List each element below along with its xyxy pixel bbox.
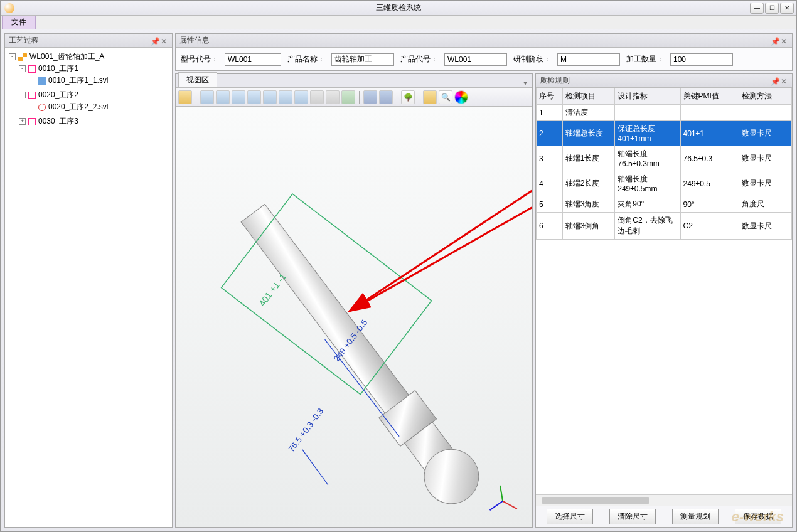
zoom-fit-icon[interactable] <box>341 90 355 104</box>
pin-icon[interactable]: 📌 <box>151 37 158 45</box>
svg-line-9 <box>500 486 503 501</box>
tree-root[interactable]: -WL001_齿轮轴加工_A <box>9 51 169 62</box>
view-top-icon[interactable] <box>279 90 292 104</box>
measure-plan-button[interactable]: 测量规划 <box>672 509 719 524</box>
view-multi-icon[interactable] <box>310 90 324 104</box>
pin-icon[interactable]: 📌 <box>771 77 778 85</box>
camera-icon[interactable] <box>363 90 377 104</box>
open-icon[interactable] <box>178 90 192 104</box>
main-window: 三维质检系统 — ☐ ✕ 文件 工艺过程 📌 ✕ -WL001_齿轮轴加工_A … <box>0 0 797 532</box>
attributes-panel: 属性信息📌✕ 型号代号： 产品名称： 产品代号： 研制阶段： 加工数量： <box>175 33 793 71</box>
view-back-icon[interactable] <box>232 90 245 104</box>
svg-line-7 <box>351 191 532 311</box>
close-icon[interactable]: ✕ <box>161 37 168 45</box>
close-icon[interactable]: ✕ <box>781 37 788 45</box>
table-row[interactable]: 4轴端2长度轴端长度249±0.5mm249±0.5数显卡尺 <box>537 171 792 196</box>
3d-viewport[interactable]: 401 +1 -1 249 +0.5 -0.5 76.5 +0.3 -0.3 <box>176 107 532 527</box>
save-data-button[interactable]: 保存数据 <box>735 509 781 524</box>
tree-icon[interactable]: 🌳 <box>401 90 415 104</box>
product-code-input[interactable] <box>444 53 507 66</box>
process-panel: 工艺过程 📌 ✕ -WL001_齿轮轴加工_A -0010_工序1 0010_工… <box>4 33 173 528</box>
pin-icon[interactable]: 📌 <box>771 37 778 45</box>
minimize-button[interactable]: — <box>750 3 764 14</box>
svg-line-5 <box>302 449 328 485</box>
rules-title: 质检规则 <box>540 75 570 86</box>
product-name-input[interactable] <box>331 53 394 66</box>
process-panel-header: 工艺过程 📌 ✕ <box>5 34 172 48</box>
qty-input[interactable] <box>670 53 733 66</box>
snapshot-icon[interactable] <box>379 90 393 104</box>
model-code-label: 型号代号： <box>181 54 218 65</box>
viewport-panel: 视图区 ▾ <box>175 73 533 528</box>
tree-node-0020[interactable]: -0020_工序2 <box>19 90 169 100</box>
qty-label: 加工数量： <box>626 54 664 65</box>
svg-line-8 <box>503 501 517 509</box>
view-bottom-icon[interactable] <box>294 90 308 104</box>
process-tree[interactable]: -WL001_齿轮轴加工_A -0010_工序1 0010_工序1_1.svl … <box>5 48 172 527</box>
view-multi2-icon[interactable] <box>326 90 340 104</box>
table-row[interactable]: 5轴端3角度夹角90°90°角度尺 <box>537 196 792 213</box>
rules-table[interactable]: 序号 检测项目 设计指标 关键PMI值 检测方法 1清洁度 2轴端总长度保证总长… <box>536 88 792 240</box>
palette-icon[interactable] <box>454 90 468 104</box>
tree-leaf-0020-2[interactable]: 0020_工序2_2.svl <box>29 102 169 112</box>
view-toolbar: 🌳 🔍 <box>176 88 532 107</box>
phase-label: 研制阶段： <box>513 54 551 65</box>
rules-panel: 质检规则📌✕ 序号 检测项目 设计指标 关键PMI值 检测方法 1清洁度 <box>535 73 793 528</box>
tab-viewport[interactable]: 视图区 <box>178 72 217 87</box>
menubar: 文件 <box>1 16 796 29</box>
view-left-icon[interactable] <box>247 90 261 104</box>
model-code-input[interactable] <box>225 53 281 66</box>
rules-scrollbar[interactable] <box>536 494 792 506</box>
table-row[interactable]: 1清洁度 <box>537 105 792 121</box>
tree-leaf-0010-1[interactable]: 0010_工序1_1.svl <box>29 75 169 86</box>
view-front-icon[interactable] <box>216 90 230 104</box>
view-right-icon[interactable] <box>263 90 277 104</box>
clear-dimension-button[interactable]: 清除尺寸 <box>609 509 656 524</box>
folder2-icon[interactable] <box>423 90 437 104</box>
product-code-label: 产品代号： <box>400 54 438 65</box>
close-button[interactable]: ✕ <box>780 3 794 14</box>
close-icon[interactable]: ✕ <box>781 77 788 85</box>
select-dimension-button[interactable]: 选择尺寸 <box>547 509 593 524</box>
attributes-title: 属性信息 <box>179 35 210 46</box>
table-row-selected[interactable]: 2轴端总长度保证总长度401±1mm401±1数显卡尺 <box>537 121 792 146</box>
find-icon[interactable]: 🔍 <box>439 90 452 104</box>
view-iso-icon[interactable] <box>200 90 214 104</box>
dropdown-icon[interactable]: ▾ <box>521 78 530 87</box>
table-header: 序号 检测项目 设计指标 关键PMI值 检测方法 <box>537 88 792 105</box>
dimension-76: 76.5 +0.3 -0.3 <box>286 407 325 454</box>
titlebar: 三维质检系统 — ☐ ✕ <box>1 1 796 16</box>
product-name-label: 产品名称： <box>287 54 325 65</box>
svg-line-10 <box>489 501 503 510</box>
dimension-401: 401 +1 -1 <box>257 272 288 309</box>
maximize-button[interactable]: ☐ <box>765 3 779 14</box>
window-title: 三维质检系统 <box>376 3 421 13</box>
app-icon <box>4 3 14 13</box>
tree-node-0030[interactable]: +0030_工序3 <box>19 116 169 127</box>
phase-input[interactable] <box>557 53 620 66</box>
menu-file[interactable]: 文件 <box>2 15 36 29</box>
table-row[interactable]: 6轴端3倒角倒角C2，去除飞边毛刺C2数显卡尺 <box>537 213 792 240</box>
table-row[interactable]: 3轴端1长度轴端长度76.5±0.3mm76.5±0.3数显卡尺 <box>537 146 792 171</box>
tree-node-0010[interactable]: -0010_工序1 <box>19 63 169 74</box>
process-panel-title: 工艺过程 <box>9 35 39 46</box>
